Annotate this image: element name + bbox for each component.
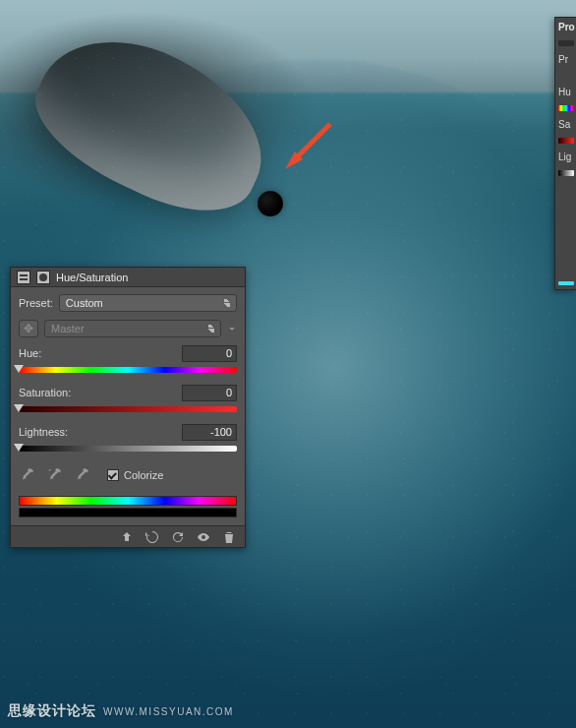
adjustment-icon [17, 271, 30, 284]
properties-preset-label-partial: Pr [558, 54, 568, 65]
visibility-eye-icon[interactable] [196, 529, 211, 545]
lightness-input[interactable] [182, 424, 237, 441]
eyedropper-icon[interactable] [19, 466, 36, 484]
output-spectrum-bar [19, 508, 237, 517]
checkbox-icon [107, 469, 119, 481]
colorize-label: Colorize [124, 469, 163, 481]
lightness-label: Lightness: [19, 426, 68, 438]
clip-to-layer-icon[interactable] [119, 529, 135, 545]
panel-body: Preset: Custom ✥ Master Hue: Sat [11, 287, 245, 525]
colorize-checkbox[interactable]: Colorize [107, 469, 163, 481]
eyedropper-plus-icon[interactable] [46, 466, 64, 484]
chevron-down-icon [227, 320, 237, 337]
properties-panel-partial[interactable]: Pro Pr Hu Sa Lig [554, 17, 576, 290]
lightness-slider[interactable] [19, 443, 237, 455]
saturation-label: Saturation: [19, 387, 71, 398]
saturation-slider[interactable] [19, 403, 237, 415]
properties-light-strip [558, 170, 574, 176]
panel-titlebar[interactable]: Hue/Saturation [11, 268, 245, 287]
properties-thumb-icon [558, 40, 574, 46]
properties-light-label-partial: Lig [558, 152, 571, 162]
properties-sat-strip [558, 138, 574, 144]
eyedropper-minus-icon[interactable] [74, 466, 91, 484]
properties-accent-strip [558, 281, 574, 285]
channel-value: Master [51, 323, 85, 334]
panel-title-text: Hue/Saturation [56, 272, 128, 283]
properties-hue-strip [558, 105, 574, 111]
targeted-adjust-tool[interactable]: ✥ [19, 320, 38, 337]
previous-state-icon[interactable] [144, 529, 160, 545]
saturation-block: Saturation: [19, 384, 237, 417]
preset-value: Custom [66, 297, 103, 309]
hue-saturation-panel: Hue/Saturation Preset: Custom ✥ Master H… [10, 267, 246, 548]
spectrum-bars [19, 496, 237, 517]
panel-footer [11, 525, 245, 547]
trash-icon[interactable] [221, 529, 237, 545]
lightness-block: Lightness: [19, 423, 237, 456]
properties-tab-label: Pro [558, 22, 575, 32]
hue-block: Hue: [19, 344, 237, 378]
channel-dropdown[interactable]: Master [44, 320, 221, 337]
properties-hue-label-partial: Hu [558, 87, 571, 97]
input-spectrum-bar [19, 496, 237, 506]
reset-icon[interactable] [170, 529, 186, 545]
properties-sat-label-partial: Sa [558, 119, 570, 130]
saturation-input[interactable] [182, 385, 237, 401]
eyedropper-row: Colorize [19, 466, 237, 484]
hue-label: Hue: [19, 347, 41, 359]
preset-dropdown[interactable]: Custom [59, 294, 237, 312]
hue-slider[interactable] [19, 364, 237, 376]
preset-row: Preset: Custom [19, 293, 237, 313]
shark-eye-shape [258, 191, 283, 216]
channel-row: ✥ Master [19, 319, 237, 338]
hue-input[interactable] [182, 345, 237, 362]
mask-icon [36, 271, 50, 284]
preset-label: Preset: [19, 297, 53, 309]
